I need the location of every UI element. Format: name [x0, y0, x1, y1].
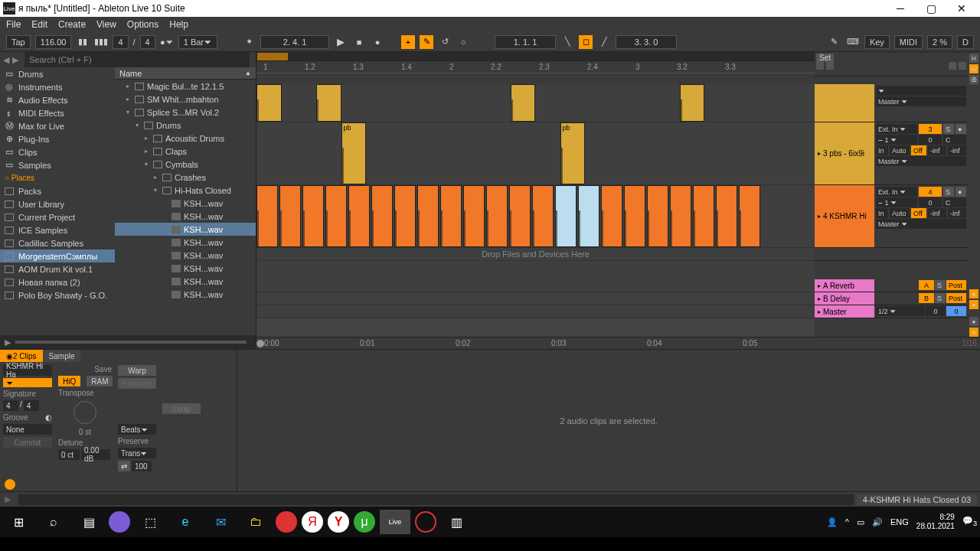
detune-value[interactable]: 0 ct — [58, 449, 80, 460]
folder-item[interactable]: ▸Acoustic Drums — [115, 132, 256, 145]
maximize-button[interactable]: ▢ — [916, 0, 946, 17]
place-item[interactable]: User Library — [0, 197, 115, 210]
audio-clip[interactable] — [647, 185, 668, 247]
close-button[interactable]: ✕ — [946, 0, 977, 17]
lock-icon[interactable] — [949, 62, 956, 70]
midi-map-button[interactable]: MIDI — [894, 35, 923, 49]
follow-icon[interactable]: ✦ — [242, 35, 256, 49]
folder-item[interactable]: ▸Claps — [115, 145, 256, 158]
punch-in-icon[interactable]: ╲ — [560, 35, 574, 49]
audio-file-item[interactable]: KSH...wav — [115, 262, 256, 275]
key-map-button[interactable]: Key — [864, 35, 890, 49]
audio-clip[interactable] — [302, 185, 324, 247]
audio-file-item[interactable]: KSH...wav — [115, 275, 256, 288]
unfold-icon[interactable] — [959, 62, 966, 70]
search-icon[interactable]: ⌕ — [38, 510, 69, 534]
audio-clip[interactable] — [716, 185, 737, 247]
category-max-for-live[interactable]: ⓂMax for Live — [0, 119, 115, 132]
folder-item[interactable]: ▾Cymbals — [115, 158, 256, 171]
menu-file[interactable]: File — [6, 19, 21, 30]
arrangement-position[interactable]: 2. 4. 1 — [260, 35, 329, 49]
audio-file-item[interactable]: KSH...wav — [115, 236, 256, 249]
category-audio-effects[interactable]: ≋Audio Effects — [0, 93, 115, 106]
warp-button[interactable]: Warp — [118, 365, 156, 376]
audio-clip[interactable] — [316, 84, 341, 122]
menu-view[interactable]: View — [96, 19, 116, 30]
folder-item[interactable]: ▸SM Whit...mbahton — [115, 93, 256, 106]
folder-item[interactable]: ▸Magic Bul...te 12.1.5 — [115, 80, 256, 93]
category-samples[interactable]: ▭Samples — [0, 158, 115, 171]
folder-item[interactable]: ▾Splice S...MR Vol.2 — [115, 106, 256, 119]
category-clips[interactable]: ▭Clips — [0, 145, 115, 158]
taskbar-app-1[interactable] — [109, 511, 130, 533]
follower-button[interactable]: Follower — [118, 378, 156, 389]
place-item[interactable]: Новая папка (2) — [0, 276, 115, 289]
taskbar-app-9[interactable]: ▥ — [441, 510, 472, 534]
sample-tab[interactable]: Sample — [43, 350, 81, 362]
explorer-icon[interactable]: 🗀 — [240, 510, 271, 534]
audio-file-item[interactable]: KSH...wav — [115, 223, 256, 236]
audio-clip[interactable] — [256, 84, 282, 122]
audio-file-item[interactable]: KSH...wav — [115, 288, 256, 301]
audio-clip[interactable] — [601, 185, 622, 247]
task-view-icon[interactable]: ▤ — [74, 510, 104, 534]
ableton-taskbar-icon[interactable]: Live — [380, 510, 410, 534]
folder-item[interactable]: ▾Drums — [115, 119, 256, 132]
audio-clip[interactable] — [509, 185, 531, 247]
browser-back-icon[interactable]: ◀ — [3, 55, 9, 65]
menu-help[interactable]: Help — [169, 19, 188, 30]
metronome-icon[interactable]: ●⏷ — [160, 35, 174, 49]
audio-clip[interactable]: pb — [560, 122, 586, 184]
overload-indicator[interactable]: D — [957, 35, 974, 49]
reenable-automation-icon[interactable]: ↺ — [438, 35, 452, 49]
drop-zone[interactable]: Drop Files and Devices Here — [256, 248, 815, 261]
computer-midi-icon[interactable]: ⌨ — [846, 35, 860, 49]
tray-volume-icon[interactable]: 🔊 — [872, 517, 883, 527]
draw-mode-icon[interactable]: ✎ — [828, 35, 841, 49]
audio-file-item[interactable]: KSH...wav — [115, 249, 256, 262]
search-input[interactable]: Search (Ctrl + F) — [24, 52, 250, 67]
master-track[interactable]: ▸ Master — [815, 305, 874, 318]
set-back-icon[interactable] — [816, 62, 824, 70]
audio-clip[interactable] — [670, 185, 691, 247]
io-show-icon[interactable]: ⦿ — [969, 75, 978, 84]
start-button[interactable]: ⊞ — [3, 510, 34, 534]
audio-clip[interactable]: pb — [341, 122, 367, 184]
beat-ruler[interactable]: 11.21.31.422.22.32.433.23.3 — [256, 61, 815, 73]
edge-icon[interactable]: e — [170, 510, 201, 534]
transient-mode-icon[interactable]: ⇄ — [118, 461, 130, 471]
play-button[interactable]: ▶ — [334, 35, 348, 49]
preserve-mode[interactable]: Trans ⏷ — [118, 448, 156, 458]
groove-hotswap-icon[interactable]: ◐ — [45, 413, 52, 422]
tray-notifications-icon[interactable]: 💬3 — [962, 516, 977, 527]
browser-fwd-icon[interactable]: ▶ — [12, 55, 18, 65]
time-sig-denominator[interactable]: 4 — [140, 35, 155, 49]
taskbar-app-2[interactable]: ⬚ — [135, 510, 165, 534]
place-item[interactable]: AOM Drum Kit vol.1 — [0, 262, 115, 276]
place-item[interactable]: Polo Boy Shawty - G.O. — [0, 289, 115, 302]
folder-item[interactable]: ▾Hi-Hats Closed — [115, 184, 256, 197]
hiq-button[interactable]: HiQ — [58, 376, 80, 386]
category-plug-ins[interactable]: ⊕Plug-Ins — [0, 132, 115, 145]
menu-edit[interactable]: Edit — [31, 19, 47, 30]
track-name[interactable]: ▸ 3 pbs - 6ix9i — [815, 122, 874, 184]
nudge-down-icon[interactable]: ▮▮ — [76, 35, 90, 49]
place-item[interactable]: Packs — [0, 184, 115, 197]
audio-clip[interactable] — [440, 185, 462, 247]
ram-button[interactable]: RAM — [87, 376, 113, 386]
files-header-name[interactable]: Name ▲ — [115, 67, 256, 80]
tray-people-icon[interactable]: 👤 — [827, 517, 838, 527]
warp-mode[interactable]: Beats ⏷ — [118, 424, 156, 435]
audio-clip[interactable] — [739, 185, 760, 247]
set-fwd-icon[interactable] — [826, 62, 834, 70]
return-track[interactable]: ▸ B Delay — [815, 292, 874, 305]
audio-clip[interactable] — [348, 185, 370, 247]
clip-color[interactable]: ⏷ — [3, 378, 52, 387]
place-item[interactable]: Cadillac Samples — [0, 236, 115, 249]
menu-options[interactable]: Options — [127, 19, 158, 30]
show-returns-icon[interactable]: ● — [969, 300, 978, 309]
transient-value[interactable]: 100 — [132, 461, 152, 471]
tray-network-icon[interactable]: ▭ — [857, 517, 864, 527]
tray-clock[interactable]: 8:2928.01.2021 — [916, 513, 955, 531]
transpose-knob[interactable] — [74, 401, 96, 424]
